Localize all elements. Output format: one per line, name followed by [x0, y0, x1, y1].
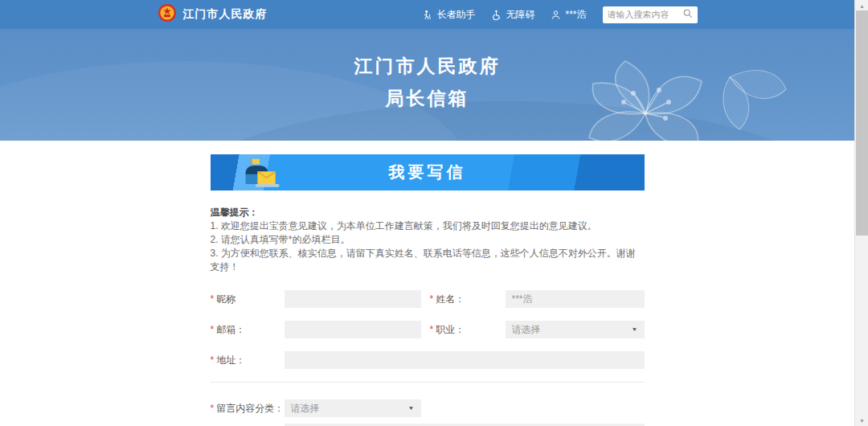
- nickname-input[interactable]: [285, 290, 421, 308]
- category-select[interactable]: 请选择 ▼: [285, 399, 421, 417]
- tips-line-2: 2. 请您认真填写带*的必填栏目。: [211, 233, 645, 247]
- top-header-bar: 江门市人民政府 长者助手: [0, 0, 854, 29]
- write-letter-banner: 我要写信: [211, 154, 645, 190]
- form-divider: [211, 382, 645, 383]
- category-label: *留言内容分类：: [211, 402, 285, 416]
- form-row-address: *地址：: [211, 351, 645, 369]
- scrollbar-down-arrow-icon[interactable]: ▼: [855, 415, 868, 426]
- user-name-label: ***浩: [565, 8, 586, 22]
- address-input[interactable]: [285, 351, 645, 369]
- chevron-down-icon: ▼: [632, 327, 638, 332]
- hero-title-line2: 局长信箱: [0, 86, 854, 110]
- occupation-select-value: 请选择: [512, 323, 541, 337]
- hero-title-line1: 江门市人民政府: [0, 54, 854, 78]
- site-logo-link[interactable]: 江门市人民政府: [158, 3, 268, 26]
- scrollbar-up-arrow-icon[interactable]: ▲: [855, 0, 868, 11]
- address-label: *地址：: [211, 354, 285, 367]
- tips-line-3: 3. 为方便和您联系、核实信息，请留下真实姓名、联系电话等信息，这些个人信息不对…: [211, 247, 645, 274]
- chevron-down-icon: ▼: [408, 406, 415, 411]
- form-row-category: *留言内容分类： 请选择 ▼: [211, 399, 645, 417]
- tips-block: 温馨提示： 1. 欢迎您提出宝贵意见建议，为本单位工作建言献策，我们将及时回复您…: [211, 206, 645, 274]
- search-icon[interactable]: [682, 7, 693, 22]
- elder-assistant-link[interactable]: 长者助手: [422, 8, 475, 22]
- page-viewport: 江门市人民政府 长者助手: [0, 0, 854, 426]
- email-label: *邮箱：: [211, 323, 285, 337]
- vertical-scrollbar[interactable]: ▲ ▼: [854, 0, 868, 426]
- occupation-label: *职业：: [430, 323, 506, 337]
- national-emblem-icon: [158, 3, 177, 26]
- tips-title: 温馨提示：: [211, 206, 645, 219]
- user-icon: [551, 10, 561, 20]
- nickname-label: *昵称: [211, 293, 285, 306]
- hero-banner: 江门市人民政府 局长信箱: [0, 29, 854, 141]
- write-letter-title: 我要写信: [211, 154, 645, 190]
- accessibility-link[interactable]: 无障碍: [491, 8, 534, 22]
- name-label: *姓名：: [430, 293, 506, 306]
- elder-assistant-label: 长者助手: [436, 8, 475, 22]
- form-row-nickname-name: *昵称 *姓名：: [211, 290, 645, 308]
- name-input[interactable]: [506, 290, 645, 308]
- elder-assistant-icon: [422, 10, 432, 20]
- search-input[interactable]: [608, 10, 682, 19]
- form-row-email-occupation: *邮箱： *职业： 请选择 ▼: [211, 321, 645, 338]
- main-content: 我要写信 温馨提示： 1. 欢迎您提出宝贵意见建议，为本单位工作建言献策，我们将…: [0, 154, 854, 426]
- tips-line-1: 1. 欢迎您提出宝贵意见建议，为本单位工作建言献策，我们将及时回复您提出的意见建…: [211, 219, 645, 233]
- site-name: 江门市人民政府: [183, 7, 268, 22]
- email-input[interactable]: [285, 321, 421, 338]
- search-box: [603, 6, 698, 23]
- accessibility-label: 无障碍: [506, 8, 534, 22]
- user-account-link[interactable]: ***浩: [551, 8, 586, 22]
- page: 江门市人民政府 长者助手: [0, 0, 868, 426]
- category-select-value: 请选择: [291, 402, 320, 416]
- letter-form: *昵称 *姓名： *邮箱： *职业： 请选择 ▼: [211, 290, 645, 426]
- occupation-select[interactable]: 请选择 ▼: [506, 321, 645, 338]
- accessibility-wheelchair-icon: [491, 10, 502, 20]
- scrollbar-thumb[interactable]: [856, 10, 868, 236]
